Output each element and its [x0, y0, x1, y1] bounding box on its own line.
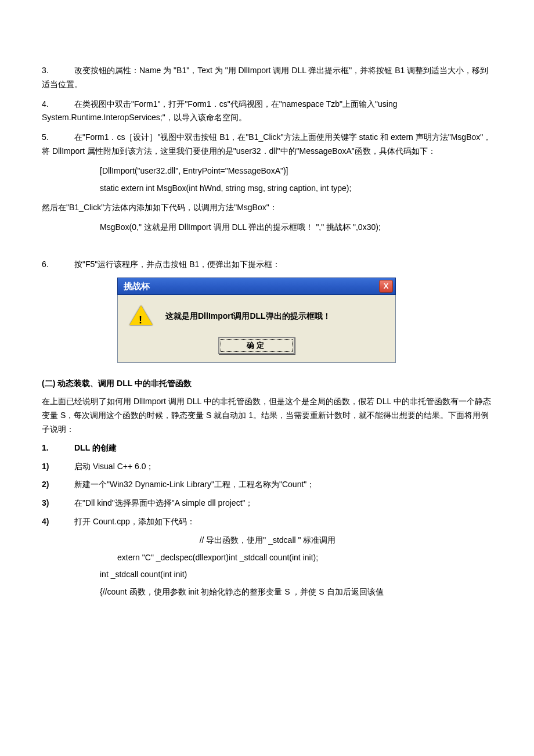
warning-icon: [129, 305, 153, 325]
step-num: 5.: [42, 131, 74, 145]
sub-text: 打开 Count.cpp，添加如下代码：: [74, 517, 195, 526]
substep-3: 3)在"Dll kind"选择界面中选择"A simple dll projec…: [42, 496, 493, 510]
substep-1: 1)启动 Visual C++ 6.0；: [42, 460, 493, 474]
substep-4: 4)打开 Count.cpp，添加如下代码：: [42, 515, 493, 529]
step-num: 3.: [42, 64, 74, 78]
code-comment-export: // 导出函数，使用" _stdcall " 标准调用: [42, 534, 493, 548]
step-3: 3.改变按钮的属性：Name 为 "B1"，Text 为 "用 DllImpor…: [42, 64, 493, 92]
sub-num: 3): [42, 496, 74, 510]
then-text: 然后在"B1_Click"方法体内添加如下代码，以调用方法"MsgBox"：: [42, 201, 493, 215]
sub-text: 新建一个"Win32 Dynamic-Link Library"工程，工程名称为…: [74, 480, 315, 489]
close-icon[interactable]: X: [379, 280, 393, 293]
subheading-dll-create: 1.DLL 的创建: [42, 441, 493, 455]
step-5: 5.在"Form1．cs［设计］"视图中双击按钮 B1，在"B1_Click"方…: [42, 131, 493, 159]
code-dllimport-attr: [DllImport("user32.dll", EntryPoint="Mes…: [100, 164, 493, 178]
sub-text: 启动 Visual C++ 6.0；: [74, 462, 154, 471]
step-6: 6.按"F5"运行该程序，并点击按钮 B1，便弹出如下提示框：: [42, 258, 493, 272]
step-num: 6.: [42, 258, 74, 272]
step-text: 改变按钮的属性：Name 为 "B1"，Text 为 "用 DllImport …: [42, 66, 488, 89]
code-extern-c: extern "C" _declspec(dllexport)int _stdc…: [117, 551, 493, 565]
code-fn-body: {//count 函数，使用参数 init 初始化静态的整形变量 S ，并使 S…: [100, 585, 493, 599]
h3-num: 1.: [42, 441, 74, 455]
step-text: 在"Form1．cs［设计］"视图中双击按钮 B1，在"B1_Click"方法上…: [42, 132, 491, 156]
sub-num: 1): [42, 460, 74, 474]
step-text: 按"F5"运行该程序，并点击按钮 B1，便弹出如下提示框：: [74, 260, 280, 269]
step-num: 4.: [42, 98, 74, 111]
h3-text: DLL 的创建: [74, 443, 117, 452]
sub-num: 2): [42, 478, 74, 492]
dialog-message: 这就是用DllImport调用DLL弹出的提示框哦！: [165, 309, 331, 323]
substep-2: 2)新建一个"Win32 Dynamic-Link Library"工程，工程名…: [42, 478, 493, 492]
step-text: 在类视图中双击"Form1"，打开"Form1．cs"代码视图，在"namesp…: [42, 99, 398, 123]
sub-num: 4): [42, 515, 74, 529]
sub-text: 在"Dll kind"选择界面中选择"A simple dll project"…: [74, 498, 254, 507]
dialog-titlebar: 挑战杯 X: [117, 278, 396, 295]
step-4: 4.在类视图中双击"Form1"，打开"Form1．cs"代码视图，在"name…: [42, 98, 493, 125]
code-msgbox-call: MsgBox(0," 这就是用 DllImport 调用 DLL 弹出的提示框哦…: [100, 221, 493, 235]
messagebox-dialog: 挑战杯 X 这就是用DllImport调用DLL弹出的提示框哦！ 确定: [117, 278, 396, 363]
code-fn-decl: int _stdcall count(int init): [100, 568, 493, 582]
section-2-para: 在上面已经说明了如何用 DllImport 调用 DLL 中的非托管函数，但是这…: [42, 395, 493, 436]
code-extern-decl: static extern int MsgBox(int hWnd, strin…: [100, 182, 493, 196]
dialog-title: 挑战杯: [124, 279, 150, 294]
section-2-heading: (二) 动态装载、调用 DLL 中的非托管函数: [42, 377, 493, 391]
ok-button[interactable]: 确定: [218, 337, 295, 354]
dialog-body: 这就是用DllImport调用DLL弹出的提示框哦！ 确定: [117, 295, 396, 363]
